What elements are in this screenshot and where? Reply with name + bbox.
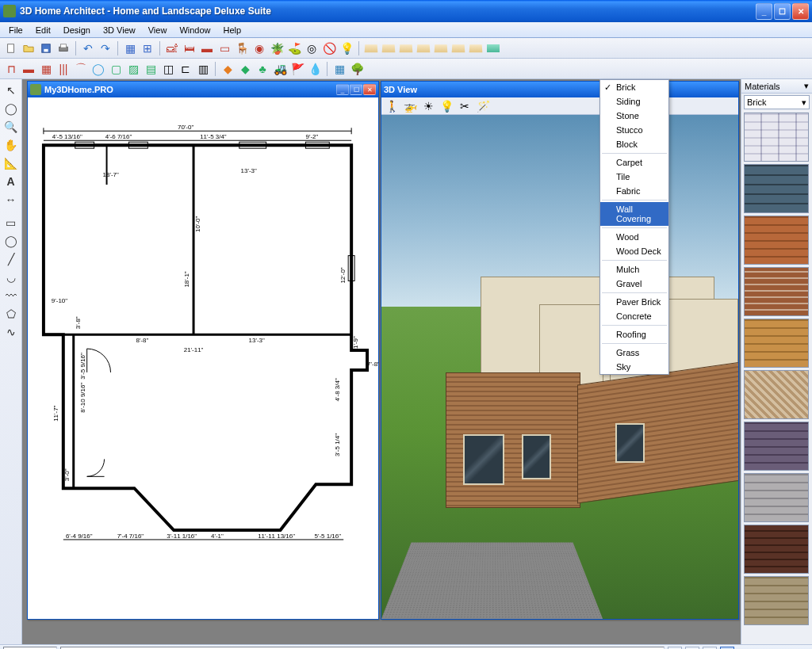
arc-icon[interactable]: ◡ bbox=[2, 269, 20, 286]
plan-minimize-button[interactable]: _ bbox=[336, 84, 349, 95]
window-minimize-button[interactable]: _ bbox=[756, 3, 772, 20]
landscape-flag-icon[interactable]: ⛳ bbox=[286, 40, 302, 56]
status-floor[interactable]: First Floor bbox=[3, 647, 57, 650]
target-icon[interactable]: ◎ bbox=[304, 40, 320, 56]
material-item-concrete[interactable]: Concrete bbox=[600, 309, 668, 323]
fence-icon[interactable]: ||| bbox=[56, 61, 71, 77]
roof-7-icon[interactable] bbox=[468, 40, 484, 56]
material-item-tile[interactable]: Tile bbox=[600, 170, 668, 184]
tile-tool-icon[interactable]: ▦ bbox=[331, 61, 347, 77]
roof-6-icon[interactable] bbox=[450, 40, 466, 56]
bench-icon[interactable]: ▬ bbox=[21, 61, 36, 77]
walk-icon[interactable]: 🚶 bbox=[384, 98, 400, 114]
material-category-select[interactable]: Brick ▾ bbox=[744, 95, 810, 109]
furniture-bed-icon[interactable]: 🛏 bbox=[182, 40, 197, 56]
measure-icon[interactable]: 📐 bbox=[2, 155, 20, 172]
roof-3-icon[interactable] bbox=[398, 40, 414, 56]
sprinkler-icon[interactable]: 💧 bbox=[307, 61, 323, 77]
wall-section-icon[interactable]: ▥ bbox=[195, 61, 211, 77]
materials-header[interactable]: Materials ▾ bbox=[741, 79, 812, 94]
color-1-icon[interactable]: ◆ bbox=[220, 61, 236, 77]
material-item-block[interactable]: Block bbox=[600, 137, 668, 151]
line-icon[interactable]: ╱ bbox=[2, 250, 20, 268]
wand-icon[interactable]: 🪄 bbox=[475, 98, 491, 114]
picnic-table-icon[interactable]: ⊓ bbox=[3, 61, 19, 77]
prohibit-icon[interactable]: 🚫 bbox=[321, 40, 337, 56]
material-swatch[interactable] bbox=[744, 164, 809, 213]
circle-shape-icon[interactable]: ◯ bbox=[2, 232, 20, 250]
text-icon[interactable]: A bbox=[2, 173, 20, 190]
material-item-brick[interactable]: Brick bbox=[600, 80, 668, 94]
material-swatch[interactable] bbox=[744, 370, 809, 419]
material-item-wood[interactable]: Wood bbox=[600, 230, 668, 244]
material-item-stucco[interactable]: Stucco bbox=[600, 123, 668, 137]
zoom-icon[interactable]: 🔍 bbox=[2, 118, 20, 136]
furniture-chair-icon[interactable]: 🪑 bbox=[234, 40, 250, 56]
roof-1-icon[interactable] bbox=[363, 40, 379, 56]
menu-3dview[interactable]: 3D View bbox=[98, 24, 141, 36]
dimension-icon[interactable]: ↔ bbox=[2, 191, 20, 208]
view-3d-button[interactable]: 3D bbox=[720, 647, 734, 650]
material-item-mulch[interactable]: Mulch bbox=[600, 262, 668, 277]
menu-file[interactable]: File bbox=[3, 24, 29, 36]
rect-icon[interactable]: ▭ bbox=[2, 214, 20, 231]
sun-icon[interactable]: ☀ bbox=[420, 98, 436, 114]
menu-window[interactable]: Window bbox=[174, 24, 216, 36]
undo-icon[interactable]: ↶ bbox=[80, 40, 96, 56]
plan-canvas[interactable]: 70'-0" 4'-5 13/16" 4'-6 7/16" 11'-5 3/4"… bbox=[28, 97, 378, 619]
material-swatch[interactable] bbox=[744, 422, 809, 471]
plot-icon[interactable]: ◫ bbox=[160, 61, 176, 77]
3d-viewport[interactable] bbox=[381, 115, 738, 619]
plant-icon[interactable]: 🪴 bbox=[269, 40, 285, 56]
furniture-sofa-icon[interactable]: 🛋 bbox=[164, 40, 180, 56]
material-item-gravel[interactable]: Gravel bbox=[600, 277, 668, 291]
roof-5-icon[interactable] bbox=[433, 40, 449, 56]
terrain-icon[interactable]: ▤ bbox=[143, 61, 159, 77]
menu-design[interactable]: Design bbox=[58, 24, 96, 36]
furniture-counter-icon[interactable]: ▬ bbox=[199, 40, 215, 56]
save-file-icon[interactable] bbox=[38, 40, 54, 56]
shrub-icon[interactable]: 🌳 bbox=[349, 61, 365, 77]
menu-view[interactable]: View bbox=[143, 24, 173, 36]
new-file-icon[interactable] bbox=[3, 40, 19, 56]
material-swatch[interactable] bbox=[744, 525, 809, 574]
material-swatch[interactable] bbox=[744, 473, 809, 522]
pool-icon[interactable]: ◯ bbox=[90, 61, 106, 77]
material-item-stone[interactable]: Stone bbox=[600, 109, 668, 123]
material-swatch[interactable] bbox=[744, 216, 809, 265]
material-item-sky[interactable]: Sky bbox=[600, 360, 668, 374]
curve-icon[interactable]: ∿ bbox=[2, 323, 20, 341]
flag-icon[interactable]: 🚩 bbox=[289, 61, 305, 77]
window-close-button[interactable]: ✕ bbox=[792, 3, 809, 20]
plan-maximize-button[interactable]: ☐ bbox=[350, 84, 362, 95]
roof-4-icon[interactable] bbox=[416, 40, 431, 56]
circle-select-icon[interactable]: ◯ bbox=[2, 100, 20, 117]
path-icon[interactable]: ▨ bbox=[125, 61, 141, 77]
gate-icon[interactable]: ⊏ bbox=[178, 61, 193, 77]
material-item-siding[interactable]: Siding bbox=[600, 94, 668, 109]
view-iso-button[interactable]: ▧ bbox=[685, 647, 699, 650]
menu-edit[interactable]: Edit bbox=[30, 24, 56, 36]
pointer-icon[interactable]: ↖ bbox=[2, 82, 20, 99]
fly-icon[interactable]: 🚁 bbox=[402, 98, 418, 114]
window-maximize-button[interactable]: ☐ bbox=[774, 3, 791, 20]
material-item-carpet[interactable]: Carpet bbox=[600, 155, 668, 170]
excavator-icon[interactable]: 🚜 bbox=[272, 61, 288, 77]
material-item-wallcovering[interactable]: Wall Covering bbox=[600, 202, 668, 226]
color-2-icon[interactable]: ◆ bbox=[237, 61, 253, 77]
material-swatch[interactable] bbox=[744, 113, 809, 162]
material-swatch[interactable] bbox=[744, 576, 809, 625]
print-icon[interactable] bbox=[56, 40, 71, 56]
roof-2-icon[interactable] bbox=[381, 40, 396, 56]
material-swatch[interactable] bbox=[744, 267, 809, 316]
pan-icon[interactable]: ✋ bbox=[2, 136, 20, 154]
light-icon[interactable]: 💡 bbox=[339, 40, 354, 56]
redo-icon[interactable]: ↷ bbox=[98, 40, 113, 56]
roof-8-icon[interactable] bbox=[485, 40, 501, 56]
material-item-grass[interactable]: Grass bbox=[600, 345, 668, 360]
window-grid-icon[interactable]: ⊞ bbox=[140, 40, 155, 56]
spline-icon[interactable]: 〰 bbox=[2, 287, 20, 304]
plan-close-button[interactable]: ✕ bbox=[363, 84, 376, 95]
material-item-fabric[interactable]: Fabric bbox=[600, 184, 668, 198]
furniture-stool-icon[interactable]: ◉ bbox=[251, 40, 267, 56]
